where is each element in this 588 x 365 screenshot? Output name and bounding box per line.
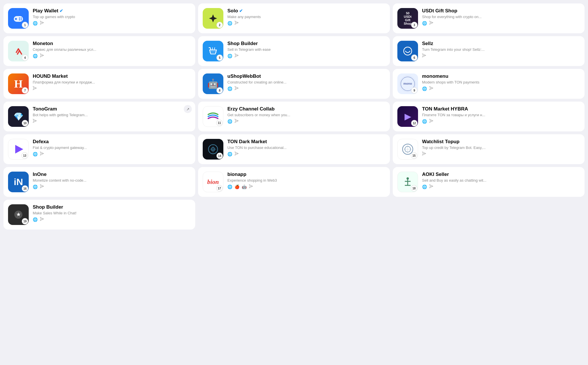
app-icon-11: 11 [203,106,223,127]
app-card-16[interactable]: iN 16 InOne Monetize content with no-cod… [3,167,195,197]
globe-icon[interactable]: 🌐 [33,152,38,156]
paper-plane-icon[interactable] [40,217,44,222]
globe-icon[interactable]: 🌐 [227,119,232,124]
app-links: 🌐 [33,152,191,156]
globe-icon[interactable]: 🌐 [33,21,38,26]
app-rank-badge: 12 [411,120,417,126]
verified-badge: ✔ [59,8,63,13]
app-links: 🌐 [227,21,385,26]
app-name: TON Market HYBRA [422,106,580,112]
app-description: Платформа для покупки и продаж... [33,80,191,84]
app-info-16: InOne Monetize content with no-code... 🌐 [33,172,191,189]
app-card-3[interactable]: 50USDtGiftShop 3 USDt Gift Shop Shop for… [393,3,585,33]
app-card-11[interactable]: 11 Erzy Channel Collab Get subscribers o… [198,102,390,131]
paper-plane-icon[interactable] [429,184,433,189]
paper-plane-icon[interactable] [235,152,239,156]
app-rank-badge: 19 [22,218,28,224]
app-description: Turn Telegram into your shop! Sellz:... [422,47,580,52]
app-info-7: HOUND Market Платформа для покупки и про… [33,73,191,91]
app-card-15[interactable]: 15 Watchlist Topup Top up credit by Tele… [393,134,585,164]
globe-icon[interactable]: 🌐 [227,21,232,26]
app-rank-badge: 1 [22,22,28,28]
app-rank-badge: 6 [411,55,417,61]
paper-plane-icon[interactable] [235,119,239,124]
app-description: Make Sales While in Chat! [33,211,191,215]
app-card-18[interactable]: 18 AOKI Seller Sell and Buy as easily as… [393,167,585,197]
app-name: Moneton [33,41,191,46]
svg-text:mono: mono [403,82,412,85]
app-card-12[interactable]: ▶ 12 TON Market HYBRA Платите TON за тов… [393,102,585,131]
app-rank-badge: 16 [22,186,28,191]
paper-plane-icon[interactable] [40,152,44,156]
app-card-6[interactable]: 6 Sellz Turn Telegram into your shop! Se… [393,36,585,66]
app-name: USDt Gift Shop [422,8,580,14]
globe-icon[interactable]: 🌐 [422,185,427,189]
svg-marker-11 [15,145,23,154]
app-icon-14: 14 [203,139,223,160]
svg-point-3 [19,18,20,19]
app-info-8: uShopWebBot Constructed for creating an … [227,73,385,91]
paper-plane-icon[interactable] [249,184,253,189]
app-name: InOne [33,172,191,177]
app-card-2[interactable]: 2 Solo ✔ Make any payments 🌐 [198,3,390,33]
app-description: Top up games with crypto [33,15,191,19]
paper-plane-icon[interactable] [235,86,239,91]
paper-plane-icon[interactable] [40,21,44,26]
app-links: 🌐 [227,53,385,58]
app-card-7[interactable]: H 7 HOUND Market Платформа для покупки и… [3,69,195,99]
svg-point-6 [21,19,22,20]
app-links: 🌐 [422,119,580,124]
app-card-17[interactable]: bion 17 bionapp Experience shopping in W… [198,167,390,197]
app-icon-19: ★ 19 [8,204,29,225]
app-card-19[interactable]: ★ 19 Shop Builder Make Sales While in Ch… [3,200,195,230]
paper-plane-icon[interactable] [422,53,426,58]
android-icon[interactable]: 🤖 [242,185,247,189]
paper-plane-icon[interactable] [429,86,433,91]
app-description: Sell and Buy as easily as chatting wit..… [422,178,580,182]
globe-icon[interactable]: 🌐 [33,54,38,58]
globe-icon[interactable]: 🌐 [33,185,38,189]
paper-plane-icon[interactable] [429,21,433,26]
app-links: 🌐 [33,184,191,189]
app-icon-16: iN 16 [8,172,29,192]
app-info-9: monomenu Modern shops with TON payments … [422,73,580,91]
app-rank-badge: 7 [22,88,28,93]
app-card-9[interactable]: mono 9 monomenu Modern shops with TON pa… [393,69,585,99]
globe-icon[interactable]: 🌐 [422,119,427,124]
app-links [33,119,191,124]
globe-icon[interactable]: 🌐 [227,86,232,91]
paper-plane-icon[interactable] [33,86,37,91]
app-rank-badge: 2 [217,22,223,28]
paper-plane-icon[interactable] [40,53,44,58]
app-card-5[interactable]: 5 Shop Builder Sell in Telegram with eas… [198,36,390,66]
paper-plane-icon[interactable] [40,184,44,189]
apple-icon[interactable]: 🍎 [235,185,239,189]
app-card-10[interactable]: 💎 10 TonoGram Bot helps with getting Tel… [3,102,195,131]
paper-plane-icon[interactable] [235,53,239,58]
app-name: Defexa [33,139,191,145]
app-card-4[interactable]: 4 Moneton Сервис для оплаты различных ус… [3,36,195,66]
app-card-8[interactable]: 🤖 8 uShopWebBot Constructed for creating… [198,69,390,99]
external-link-icon[interactable]: ↗ [184,105,192,113]
app-info-12: TON Market HYBRA Платите TON за товары и… [422,106,580,124]
app-description: Make any payments [227,15,385,19]
paper-plane-icon[interactable] [422,152,426,156]
app-name: AOKI Seller [422,172,580,177]
app-name: bionapp [227,172,385,177]
paper-plane-icon[interactable] [235,21,239,26]
globe-icon[interactable]: 🌐 [422,86,427,91]
globe-icon[interactable]: 🌐 [33,217,38,222]
globe-icon[interactable]: 🌐 [227,152,232,156]
app-name: Shop Builder [33,204,191,210]
paper-plane-icon[interactable] [33,119,37,124]
globe-icon[interactable]: 🌐 [227,185,232,189]
app-card-14[interactable]: 14 TON Dark Market Use TON to purchase e… [198,134,390,164]
app-icon-4: 4 [8,41,29,61]
globe-icon[interactable]: 🌐 [422,21,427,26]
app-card-13[interactable]: 13 Defexa Fiat & crypto payment gateway.… [3,134,195,164]
globe-icon[interactable]: 🌐 [227,54,232,58]
app-card-1[interactable]: 1 Play Wallet ✔ Top up games with crypto… [3,3,195,33]
app-rank-badge: 10 [22,120,28,126]
paper-plane-icon[interactable] [429,119,433,124]
app-links: 🌐 [33,53,191,58]
